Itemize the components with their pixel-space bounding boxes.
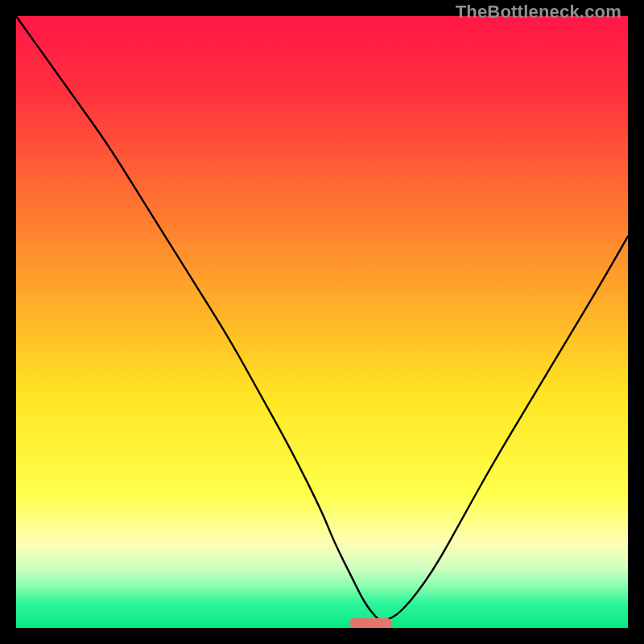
chart-svg bbox=[0, 0, 644, 644]
bottleneck-curve bbox=[16, 16, 628, 621]
frame: TheBottleneck.com bbox=[0, 0, 644, 644]
optimal-marker bbox=[349, 618, 392, 628]
